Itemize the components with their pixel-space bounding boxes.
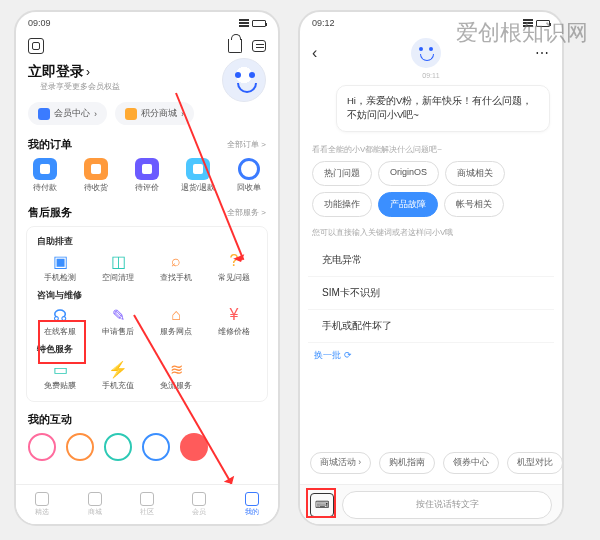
mine-icon <box>245 492 259 506</box>
faq-sim[interactable]: SIM卡不识别 <box>308 277 554 310</box>
mall-icon <box>88 492 102 506</box>
svc-label: 查找手机 <box>160 273 192 283</box>
chip-account[interactable]: 帐号相关 <box>444 192 504 217</box>
headset-icon: ☊ <box>51 306 69 324</box>
chip-originos[interactable]: OriginOS <box>378 161 439 186</box>
tab-bar: 精选 商城 社区 会员 我的 <box>16 484 278 524</box>
tab-label: 我的 <box>245 507 259 517</box>
tab-label: 社区 <box>140 507 154 517</box>
svc-online-support[interactable]: ☊在线客服 <box>34 306 86 337</box>
recycle-icon <box>238 158 260 180</box>
subsection-special: 特色服务 <box>31 341 263 360</box>
section-orders-title: 我的订单 <box>28 137 72 152</box>
svc-faq[interactable]: ?常见问题 <box>208 252 260 283</box>
hint-ask: 您可以直接输入关键词或者这样问小V哦 <box>300 223 562 244</box>
phone-check-icon: ▣ <box>51 252 69 270</box>
diamond-icon <box>38 108 50 120</box>
refresh-icon: ⟳ <box>344 350 352 360</box>
find-icon: ⌕ <box>167 252 185 270</box>
tab-community[interactable]: 社区 <box>140 492 154 517</box>
recharge-icon: ⚡ <box>109 360 127 378</box>
annotation-highlight-keyboard <box>306 488 336 518</box>
svc-label: 手机充值 <box>102 381 134 391</box>
svc-label: 维修价格 <box>218 327 250 337</box>
interaction-chip-3[interactable] <box>104 433 132 461</box>
chip-mall-related[interactable]: 商城相关 <box>445 161 505 186</box>
film-icon: ▭ <box>51 360 69 378</box>
hint-capabilities: 看看全能的小V都能解决什么问题吧~ <box>300 140 562 161</box>
order-label: 待付款 <box>33 183 57 193</box>
tab-mine[interactable]: 我的 <box>245 492 259 517</box>
login-subtitle: 登录享受更多会员权益 <box>28 81 132 98</box>
schip-label: 商城活动 <box>320 457 356 467</box>
all-orders-link[interactable]: 全部订单 > <box>227 139 266 150</box>
schip-compare[interactable]: 机型对比 <box>507 452 562 474</box>
order-label: 回收单 <box>237 183 261 193</box>
subsection-consult: 咨询与维修 <box>31 287 263 306</box>
quick-link-scroll[interactable]: 商城活动 › 购机指南 领券中心 机型对比 以 <box>300 446 562 480</box>
pill-member-center[interactable]: 会员中心› <box>28 102 107 125</box>
order-pending-payment[interactable]: 待付款 <box>22 158 68 193</box>
faq-charging[interactable]: 充电异常 <box>308 244 554 277</box>
pill-label: 会员中心 <box>54 107 90 120</box>
order-label: 待收货 <box>84 183 108 193</box>
svc-free-film[interactable]: ▭免费贴膜 <box>34 360 86 391</box>
interaction-chip-1[interactable] <box>28 433 56 461</box>
avatar[interactable] <box>222 58 266 102</box>
all-services-link[interactable]: 全部服务 > <box>227 207 266 218</box>
featured-icon <box>35 492 49 506</box>
schip-coupon-center[interactable]: 领券中心 <box>443 452 499 474</box>
refresh-label: 换一批 <box>314 350 341 360</box>
svc-service-points[interactable]: ⌂服务网点 <box>150 306 202 337</box>
phone-chat-screen: 09:12 ‹ ⋯ 09:11 Hi，亲爱的V粉，新年快乐！有什么问题，不妨问问… <box>298 10 564 526</box>
svc-repair-price[interactable]: ¥维修价格 <box>208 306 260 337</box>
tab-label: 会员 <box>192 507 206 517</box>
faq-broken[interactable]: 手机或配件坏了 <box>308 310 554 343</box>
svc-phone-check[interactable]: ▣手机检测 <box>34 252 86 283</box>
more-options-button[interactable]: ⋯ <box>535 45 550 61</box>
svc-label: 免费贴膜 <box>44 381 76 391</box>
svc-space-clean[interactable]: ◫空间清理 <box>92 252 144 283</box>
bot-avatar[interactable] <box>411 38 441 68</box>
chip-hot-questions[interactable]: 热门问题 <box>312 161 372 186</box>
input-bar: ⌨ 按住说话转文字 <box>300 484 562 524</box>
svc-find-phone[interactable]: ⌕查找手机 <box>150 252 202 283</box>
login-title[interactable]: 立即登录 <box>28 63 84 79</box>
messages-icon[interactable] <box>252 40 266 52</box>
order-pending-review[interactable]: 待评价 <box>124 158 170 193</box>
settings-hex-icon[interactable] <box>28 38 44 54</box>
chip-function[interactable]: 功能操作 <box>312 192 372 217</box>
order-recycle[interactable]: 回收单 <box>226 158 272 193</box>
apply-icon: ✎ <box>109 306 127 324</box>
chip-product-fault[interactable]: 产品故障 <box>378 192 438 217</box>
voice-input-button[interactable]: 按住说话转文字 <box>342 491 552 519</box>
subsection-self-help: 自助排查 <box>31 233 263 252</box>
tab-member[interactable]: 会员 <box>192 492 206 517</box>
refresh-button[interactable]: 换一批⟳ <box>300 343 562 368</box>
svc-recharge[interactable]: ⚡手机充值 <box>92 360 144 391</box>
clean-icon: ◫ <box>109 252 127 270</box>
tab-mall[interactable]: 商城 <box>88 492 102 517</box>
tab-featured[interactable]: 精选 <box>35 492 49 517</box>
svc-label: 服务网点 <box>160 327 192 337</box>
coin-icon <box>125 108 137 120</box>
interaction-chip-2[interactable] <box>66 433 94 461</box>
interaction-chip-4[interactable] <box>142 433 170 461</box>
schip-mall-activity[interactable]: 商城活动 › <box>310 452 371 474</box>
svc-label: 常见问题 <box>218 273 250 283</box>
status-time: 09:09 <box>28 18 51 28</box>
back-button[interactable]: ‹ <box>312 44 317 62</box>
status-bar: 09:09 <box>16 12 278 34</box>
section-aftersales-title: 售后服务 <box>28 205 72 220</box>
chat-bubble-greeting: Hi，亲爱的V粉，新年快乐！有什么问题，不妨问问小V吧~ <box>336 85 550 132</box>
chat-timestamp: 09:11 <box>300 70 562 81</box>
community-icon <box>140 492 154 506</box>
schip-buy-guide[interactable]: 购机指南 <box>379 452 435 474</box>
cart-icon[interactable] <box>228 39 242 53</box>
order-pending-receipt[interactable]: 待收货 <box>73 158 119 193</box>
status-bar: 09:12 <box>300 12 562 34</box>
tab-label: 精选 <box>35 507 49 517</box>
battery-icon <box>536 20 550 27</box>
svc-label: 空间清理 <box>102 273 134 283</box>
svc-label: 在线客服 <box>44 327 76 337</box>
